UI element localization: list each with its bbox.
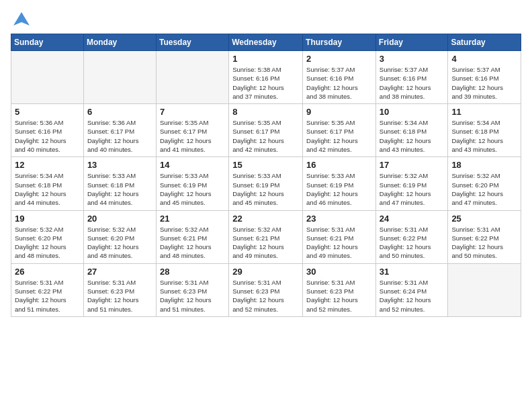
calendar-cell <box>11 51 84 104</box>
calendar-cell: 16Sunrise: 5:33 AM Sunset: 6:19 PM Dayli… <box>303 157 376 210</box>
day-number: 28 <box>160 267 225 277</box>
calendar-header-row: SundayMondayTuesdayWednesdayThursdayFrid… <box>11 34 521 51</box>
day-number: 7 <box>160 107 225 117</box>
day-number: 12 <box>15 160 80 170</box>
day-info: Sunrise: 5:32 AM Sunset: 6:20 PM Dayligh… <box>87 225 152 261</box>
day-info: Sunrise: 5:38 AM Sunset: 6:16 PM Dayligh… <box>232 65 299 101</box>
day-number: 20 <box>87 214 152 224</box>
col-header-saturday: Saturday <box>448 34 521 51</box>
calendar-cell: 26Sunrise: 5:31 AM Sunset: 6:22 PM Dayli… <box>11 263 84 316</box>
day-number: 2 <box>306 54 372 64</box>
day-number: 14 <box>160 160 225 170</box>
calendar-cell <box>156 51 228 104</box>
calendar-cell <box>448 263 521 316</box>
day-info: Sunrise: 5:34 AM Sunset: 6:18 PM Dayligh… <box>451 118 517 154</box>
day-number: 27 <box>87 267 152 277</box>
day-number: 31 <box>380 267 445 277</box>
day-info: Sunrise: 5:33 AM Sunset: 6:19 PM Dayligh… <box>306 171 372 207</box>
col-header-sunday: Sunday <box>11 34 84 51</box>
day-info: Sunrise: 5:33 AM Sunset: 6:18 PM Dayligh… <box>87 171 152 207</box>
calendar-week-row: 26Sunrise: 5:31 AM Sunset: 6:22 PM Dayli… <box>11 263 521 316</box>
calendar-cell: 29Sunrise: 5:31 AM Sunset: 6:23 PM Dayli… <box>229 263 303 316</box>
day-number: 24 <box>380 214 445 224</box>
calendar-week-row: 19Sunrise: 5:32 AM Sunset: 6:20 PM Dayli… <box>11 210 521 263</box>
calendar-cell: 20Sunrise: 5:32 AM Sunset: 6:20 PM Dayli… <box>83 210 156 263</box>
day-info: Sunrise: 5:35 AM Sunset: 6:17 PM Dayligh… <box>160 118 225 154</box>
day-number: 16 <box>306 160 372 170</box>
day-info: Sunrise: 5:31 AM Sunset: 6:23 PM Dayligh… <box>232 278 299 314</box>
day-number: 3 <box>380 54 445 64</box>
day-info: Sunrise: 5:31 AM Sunset: 6:21 PM Dayligh… <box>306 225 372 261</box>
calendar-cell: 8Sunrise: 5:35 AM Sunset: 6:17 PM Daylig… <box>229 104 303 157</box>
day-number: 29 <box>232 267 299 277</box>
calendar-cell: 27Sunrise: 5:31 AM Sunset: 6:23 PM Dayli… <box>83 263 156 316</box>
calendar-table: SundayMondayTuesdayWednesdayThursdayFrid… <box>11 34 521 317</box>
logo-bird-icon <box>12 11 31 30</box>
calendar-cell: 24Sunrise: 5:31 AM Sunset: 6:22 PM Dayli… <box>375 210 448 263</box>
calendar-cell: 12Sunrise: 5:34 AM Sunset: 6:18 PM Dayli… <box>11 157 84 210</box>
day-number: 1 <box>232 54 299 64</box>
calendar-cell: 23Sunrise: 5:31 AM Sunset: 6:21 PM Dayli… <box>303 210 376 263</box>
svg-marker-0 <box>13 12 30 26</box>
col-header-wednesday: Wednesday <box>229 34 303 51</box>
day-info: Sunrise: 5:31 AM Sunset: 6:22 PM Dayligh… <box>451 225 517 261</box>
day-number: 22 <box>232 214 299 224</box>
calendar-cell: 17Sunrise: 5:32 AM Sunset: 6:19 PM Dayli… <box>375 157 448 210</box>
calendar-cell: 7Sunrise: 5:35 AM Sunset: 6:17 PM Daylig… <box>156 104 228 157</box>
day-number: 6 <box>87 107 152 117</box>
calendar-cell: 13Sunrise: 5:33 AM Sunset: 6:18 PM Dayli… <box>83 157 156 210</box>
calendar-cell <box>83 51 156 104</box>
calendar-cell: 9Sunrise: 5:35 AM Sunset: 6:17 PM Daylig… <box>303 104 376 157</box>
calendar-cell: 22Sunrise: 5:32 AM Sunset: 6:21 PM Dayli… <box>229 210 303 263</box>
day-info: Sunrise: 5:32 AM Sunset: 6:21 PM Dayligh… <box>160 225 225 261</box>
calendar-cell: 18Sunrise: 5:32 AM Sunset: 6:20 PM Dayli… <box>448 157 521 210</box>
day-number: 19 <box>15 214 80 224</box>
calendar-cell: 6Sunrise: 5:36 AM Sunset: 6:17 PM Daylig… <box>83 104 156 157</box>
day-info: Sunrise: 5:32 AM Sunset: 6:20 PM Dayligh… <box>451 171 517 207</box>
day-number: 5 <box>15 107 80 117</box>
calendar-week-row: 1Sunrise: 5:38 AM Sunset: 6:16 PM Daylig… <box>11 51 521 104</box>
col-header-monday: Monday <box>83 34 156 51</box>
calendar-cell: 30Sunrise: 5:31 AM Sunset: 6:23 PM Dayli… <box>303 263 376 316</box>
day-info: Sunrise: 5:36 AM Sunset: 6:16 PM Dayligh… <box>15 118 80 154</box>
day-number: 4 <box>451 54 517 64</box>
day-info: Sunrise: 5:31 AM Sunset: 6:23 PM Dayligh… <box>87 278 152 314</box>
day-info: Sunrise: 5:37 AM Sunset: 6:16 PM Dayligh… <box>380 65 445 101</box>
day-number: 25 <box>451 214 517 224</box>
calendar-cell: 15Sunrise: 5:33 AM Sunset: 6:19 PM Dayli… <box>229 157 303 210</box>
day-number: 26 <box>15 267 80 277</box>
day-info: Sunrise: 5:34 AM Sunset: 6:18 PM Dayligh… <box>380 118 445 154</box>
calendar-cell: 3Sunrise: 5:37 AM Sunset: 6:16 PM Daylig… <box>375 51 448 104</box>
day-number: 30 <box>306 267 372 277</box>
col-header-thursday: Thursday <box>303 34 376 51</box>
day-number: 11 <box>451 107 517 117</box>
col-header-friday: Friday <box>375 34 448 51</box>
day-info: Sunrise: 5:33 AM Sunset: 6:19 PM Dayligh… <box>160 171 225 207</box>
calendar-cell: 4Sunrise: 5:37 AM Sunset: 6:16 PM Daylig… <box>448 51 521 104</box>
calendar-cell: 1Sunrise: 5:38 AM Sunset: 6:16 PM Daylig… <box>229 51 303 104</box>
calendar-cell: 2Sunrise: 5:37 AM Sunset: 6:16 PM Daylig… <box>303 51 376 104</box>
day-info: Sunrise: 5:31 AM Sunset: 6:22 PM Dayligh… <box>15 278 80 314</box>
calendar-cell: 5Sunrise: 5:36 AM Sunset: 6:16 PM Daylig… <box>11 104 84 157</box>
calendar-week-row: 12Sunrise: 5:34 AM Sunset: 6:18 PM Dayli… <box>11 157 521 210</box>
calendar-cell: 28Sunrise: 5:31 AM Sunset: 6:23 PM Dayli… <box>156 263 228 316</box>
day-number: 17 <box>380 160 445 170</box>
logo <box>11 11 31 30</box>
calendar-cell: 19Sunrise: 5:32 AM Sunset: 6:20 PM Dayli… <box>11 210 84 263</box>
col-header-tuesday: Tuesday <box>156 34 228 51</box>
day-info: Sunrise: 5:31 AM Sunset: 6:24 PM Dayligh… <box>380 278 445 314</box>
day-info: Sunrise: 5:35 AM Sunset: 6:17 PM Dayligh… <box>232 118 299 154</box>
day-number: 9 <box>306 107 372 117</box>
day-number: 13 <box>87 160 152 170</box>
calendar-cell: 10Sunrise: 5:34 AM Sunset: 6:18 PM Dayli… <box>375 104 448 157</box>
day-number: 8 <box>232 107 299 117</box>
day-info: Sunrise: 5:31 AM Sunset: 6:23 PM Dayligh… <box>160 278 225 314</box>
day-info: Sunrise: 5:35 AM Sunset: 6:17 PM Dayligh… <box>306 118 372 154</box>
calendar-cell: 11Sunrise: 5:34 AM Sunset: 6:18 PM Dayli… <box>448 104 521 157</box>
page-header <box>11 11 521 30</box>
calendar-cell: 21Sunrise: 5:32 AM Sunset: 6:21 PM Dayli… <box>156 210 228 263</box>
day-info: Sunrise: 5:31 AM Sunset: 6:23 PM Dayligh… <box>306 278 372 314</box>
calendar-cell: 31Sunrise: 5:31 AM Sunset: 6:24 PM Dayli… <box>375 263 448 316</box>
calendar-cell: 25Sunrise: 5:31 AM Sunset: 6:22 PM Dayli… <box>448 210 521 263</box>
day-info: Sunrise: 5:31 AM Sunset: 6:22 PM Dayligh… <box>380 225 445 261</box>
